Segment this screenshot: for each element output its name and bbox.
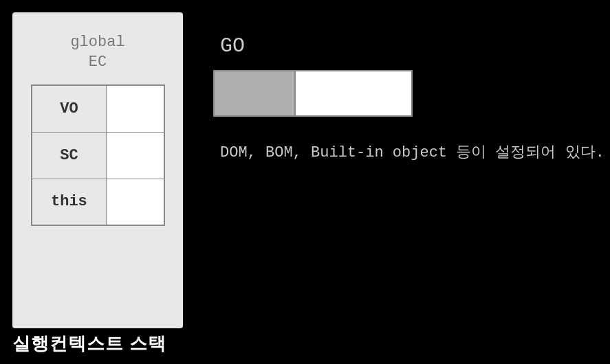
global-ec-label: global EC [70,33,124,72]
description-text: DOM, BOM, Built-in object 등이 설정되어 있다. [220,141,585,162]
sc-label: SC [32,132,107,179]
go-cell-gray [213,70,296,117]
vo-label: VO [32,85,107,132]
left-panel: global EC VO SC this [12,12,183,328]
go-cell-white [296,70,413,117]
table-row: this [32,179,164,225]
ec-table: VO SC this [31,84,165,226]
execution-context-stack-label: 실행컨텍스트 스택 [12,332,166,356]
right-panel: GO DOM, BOM, Built-in object 등이 설정되어 있다. [213,34,585,162]
table-row: VO [32,85,164,132]
vo-value [107,85,164,132]
go-box [213,70,585,117]
go-label: GO [220,34,585,58]
sc-value [107,132,164,179]
table-row: SC [32,132,164,179]
this-label: this [32,179,107,225]
this-value [107,179,164,225]
